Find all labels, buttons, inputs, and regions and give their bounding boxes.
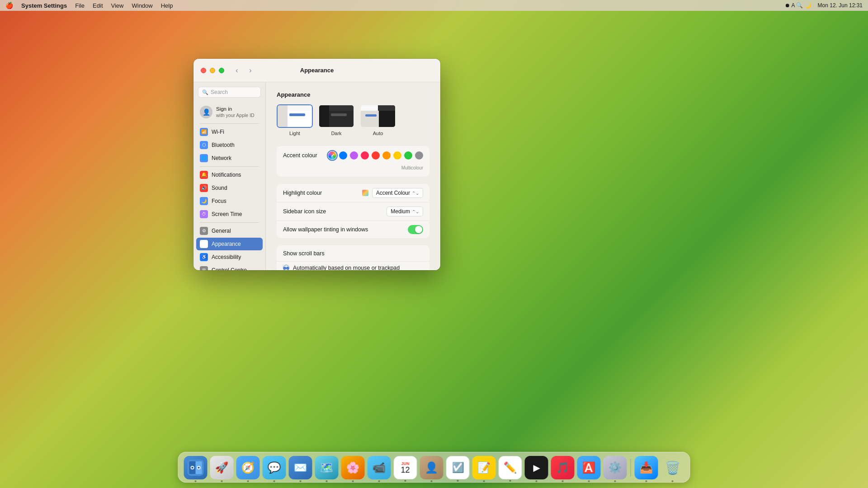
accent-dot-orange[interactable] — [382, 151, 391, 160]
sidebar-item-accessibility[interactable]: ♿ Accessibility — [196, 251, 263, 263]
menubar-edit[interactable]: Edit — [93, 2, 103, 9]
appearance-option-auto[interactable]: Auto — [360, 104, 396, 136]
sidebar-item-screentime[interactable]: ⏱ Screen Time — [196, 208, 263, 221]
dock-icon-messages[interactable]: 💬 — [263, 456, 286, 479]
wallpaper-tinting-toggle[interactable] — [408, 225, 423, 234]
sidebar-icon-size-row: Sidebar icon size Medium ⌃⌄ — [277, 202, 429, 221]
dock-icon-finder[interactable] — [184, 456, 208, 479]
accent-dot-purple[interactable] — [350, 151, 358, 160]
menubar-file[interactable]: File — [75, 2, 85, 9]
dock-icon-reminders[interactable]: ☑️ — [446, 456, 470, 479]
sidebar-item-bluetooth[interactable]: ⬡ Bluetooth — [196, 139, 263, 151]
sidebar-item-general[interactable]: ⚙ General — [196, 225, 263, 237]
accent-dot-yellow[interactable] — [393, 151, 401, 160]
apple-menu[interactable]: 🍎 — [5, 2, 13, 9]
accent-colour-section: Accent colour — [277, 146, 429, 177]
controlcentre-icon: ⊞ — [200, 266, 208, 270]
sidebar-divider-1 — [200, 123, 259, 124]
accent-dot-graphite[interactable] — [415, 151, 423, 160]
sidebar-item-appearance[interactable]: 🎨 Appearance — [196, 238, 263, 250]
dock-icon-appletv[interactable]: ▶ — [525, 456, 548, 479]
accent-dot-multicolor[interactable] — [328, 151, 336, 160]
sidebar-item-notifications[interactable]: 🔔 Notifications — [196, 169, 263, 181]
sidebar-icon-size-label: Sidebar icon size — [283, 208, 387, 215]
highlight-colour-arrow: ⌃⌄ — [412, 191, 419, 196]
appearance-thumbnail-dark — [318, 104, 354, 128]
search-input[interactable] — [211, 89, 257, 95]
highlight-colour-label: Highlight colour — [283, 190, 362, 196]
window-body: 🔍 👤 Sign in with your Apple ID 📶 — [193, 82, 440, 270]
appearance-section-title: Appearance — [277, 91, 429, 98]
accent-dot-green[interactable] — [404, 151, 412, 160]
network-icon: 🌐 — [200, 154, 208, 162]
dock-icon-maps[interactable]: 🗺️ — [315, 456, 339, 479]
accent-colour-label: Accent colour — [283, 152, 328, 159]
accent-colours — [328, 151, 423, 160]
close-button[interactable] — [201, 68, 206, 73]
dock-icon-facetime[interactable]: 📹 — [368, 456, 391, 479]
dock-icon-systemsettings[interactable]: ⚙️ — [604, 456, 627, 479]
highlight-colour-select[interactable]: Accent Colour ⌃⌄ — [372, 188, 423, 198]
focus-icon: 🌙 — [200, 197, 208, 205]
sidebar-item-sign-in[interactable]: 👤 Sign in with your Apple ID — [196, 103, 263, 122]
sidebar-item-sound[interactable]: 🔊 Sound — [196, 182, 263, 194]
sidebar-icon-size-value[interactable]: Medium ⌃⌄ — [387, 206, 423, 216]
menubar-app-name[interactable]: System Settings — [21, 2, 67, 9]
dock-icon-contacts[interactable]: 👤 — [420, 456, 443, 479]
menubar-datetime: Mon 12. Jun 12:31 — [818, 2, 863, 9]
sidebar-search: 🔍 — [193, 82, 265, 101]
back-button[interactable]: ‹ — [231, 65, 242, 76]
accessibility-icon: ♿ — [200, 253, 208, 261]
wallpaper-tinting-row: Allow wallpaper tinting in windows — [277, 221, 429, 238]
notifications-icon: 🔔 — [200, 171, 208, 179]
accent-dot-red[interactable] — [372, 151, 380, 160]
menubar-help[interactable]: Help — [161, 2, 173, 9]
accent-dot-pink[interactable] — [361, 151, 369, 160]
settings-section-main: Highlight colour Accent Colour ⌃⌄ Sideba… — [277, 184, 429, 238]
window-nav: ‹ › — [231, 65, 256, 76]
highlight-colour-value[interactable]: Accent Colour ⌃⌄ — [362, 188, 423, 198]
sound-icon: 🔊 — [200, 184, 208, 192]
appearance-option-dark[interactable]: Dark — [318, 104, 354, 136]
dock-icon-freeform[interactable]: ✏️ — [499, 456, 522, 479]
search-input-wrapper[interactable]: 🔍 — [198, 87, 261, 98]
appearance-option-light[interactable]: Light — [277, 104, 313, 136]
forward-button[interactable]: › — [245, 65, 256, 76]
sidebar-item-controlcentre[interactable]: ⊞ Control Centre — [196, 264, 263, 270]
dock-icon-trash[interactable]: 🗑️ — [661, 456, 684, 479]
appearance-icon: 🎨 — [200, 240, 208, 248]
scroll-auto-radio[interactable] — [283, 265, 289, 270]
menubar-view[interactable]: View — [111, 2, 124, 9]
sidebar-icon-size-select[interactable]: Medium ⌃⌄ — [387, 206, 423, 216]
dock-icon-music[interactable]: 🎵 — [551, 456, 575, 479]
sidebar-icon-size-arrow: ⌃⌄ — [412, 209, 419, 214]
sidebar-item-network[interactable]: 🌐 Network — [196, 152, 263, 164]
main-content: Appearance Light — [266, 82, 440, 270]
dock-icon-photos[interactable]: 🌸 — [341, 456, 365, 479]
dock-icon-appstore[interactable]: 🅰️ — [577, 456, 601, 479]
svg-point-6 — [198, 467, 200, 469]
appearance-options: Light Dark — [277, 104, 429, 136]
accent-dot-blue[interactable] — [339, 151, 347, 160]
maximize-button[interactable] — [219, 68, 224, 73]
sidebar: 🔍 👤 Sign in with your Apple ID 📶 — [193, 82, 266, 270]
sidebar-item-focus[interactable]: 🌙 Focus — [196, 195, 263, 207]
sidebar-divider-2 — [200, 166, 259, 167]
dock-icon-mail[interactable]: ✉️ — [289, 456, 312, 479]
appearance-label-dark: Dark — [331, 131, 341, 136]
menubar-window[interactable]: Window — [132, 2, 152, 9]
dock-icon-safari[interactable]: 🧭 — [236, 456, 260, 479]
dock-icon-notes[interactable]: 📝 — [472, 456, 496, 479]
traffic-lights — [201, 68, 224, 73]
dock-icon-calendar[interactable]: JUN 12 — [394, 456, 417, 479]
sidebar-item-wifi[interactable]: 📶 Wi-Fi — [196, 126, 263, 138]
scroll-bars-radio-group: Automatically based on mouse or trackpad… — [277, 262, 429, 270]
dock-divider — [631, 459, 631, 477]
accent-colour-row: Accent colour — [283, 151, 423, 160]
dock-icon-launchpad[interactable]: 🚀 — [210, 456, 234, 479]
dock-icon-yoink[interactable]: 📥 — [635, 456, 658, 479]
scroll-bars-section: Show scroll bars Automatically based on … — [277, 245, 429, 270]
minimize-button[interactable] — [210, 68, 215, 73]
menu-status-icons: ⏺ A 🔍 🌙 — [785, 2, 811, 9]
scroll-auto-option[interactable]: Automatically based on mouse or trackpad — [277, 263, 429, 270]
